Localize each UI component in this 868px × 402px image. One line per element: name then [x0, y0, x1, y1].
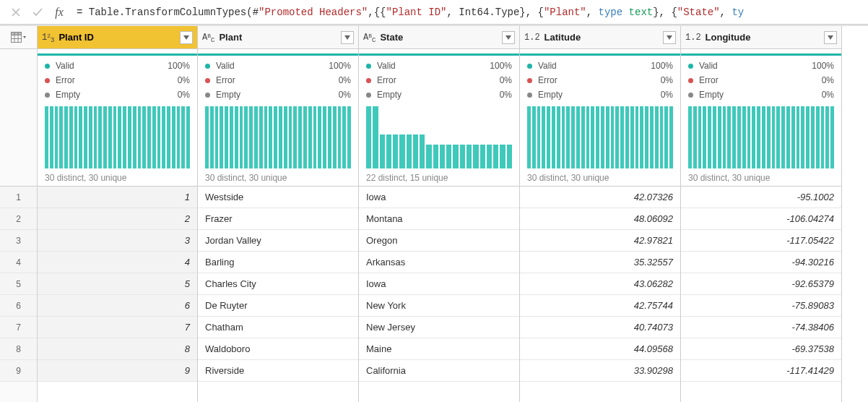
cell[interactable]: 43.06282	[520, 273, 680, 295]
column-profile: Valid100%Error0%Empty0%30 distinct, 30 u…	[681, 49, 841, 187]
column-type-icon[interactable]: 1.2	[685, 33, 701, 43]
cell[interactable]: 5	[38, 273, 197, 295]
cell[interactable]: Frazer	[198, 208, 358, 230]
row-number[interactable]: 5	[0, 273, 37, 295]
quality-value: 0%	[500, 75, 512, 85]
column-header[interactable]: 123Plant ID	[38, 26, 197, 49]
cell[interactable]: De Ruyter	[198, 295, 358, 317]
cell[interactable]: 42.75744	[520, 295, 680, 317]
cell[interactable]: -74.38406	[681, 317, 841, 338]
column-type-icon[interactable]: 123	[42, 33, 54, 43]
histogram-bar	[786, 106, 790, 168]
histogram-bar	[303, 106, 307, 168]
column-header[interactable]: ABCPlant	[198, 26, 358, 49]
cell[interactable]: 48.06092	[520, 208, 680, 230]
cell[interactable]: 1	[38, 187, 197, 208]
quality-stat-error: Error0%	[527, 73, 673, 87]
cell[interactable]: Iowa	[359, 187, 519, 208]
histogram-bar	[806, 106, 810, 168]
column-type-icon[interactable]: ABC	[363, 33, 376, 43]
cell[interactable]: Waldoboro	[198, 338, 358, 360]
histogram-bar	[767, 106, 771, 168]
cell[interactable]: 3	[38, 230, 197, 252]
column-type-icon[interactable]: ABC	[202, 33, 214, 43]
gutter-profile-spacer	[0, 49, 37, 187]
column: ABCStateValid100%Error0%Empty0%22 distin…	[359, 26, 520, 402]
row-number[interactable]: 6	[0, 295, 37, 317]
histogram-bar	[210, 106, 214, 168]
histogram-bar	[264, 106, 268, 168]
row-number[interactable]: 9	[0, 360, 37, 382]
cell[interactable]: 4	[38, 252, 197, 273]
cell[interactable]: -117.41429	[681, 360, 841, 382]
cell[interactable]: 9	[38, 360, 197, 382]
cell[interactable]: -94.30216	[681, 252, 841, 273]
row-number[interactable]: 2	[0, 208, 37, 230]
cell[interactable]: 42.07326	[520, 187, 680, 208]
cell[interactable]: 40.74073	[520, 317, 680, 338]
cell[interactable]: Maine	[359, 338, 519, 360]
cell[interactable]: Riverside	[198, 360, 358, 382]
cell[interactable]: Chatham	[198, 317, 358, 338]
histogram-bar	[480, 145, 485, 168]
column-filter-button[interactable]	[502, 31, 515, 44]
cell[interactable]: -69.37538	[681, 338, 841, 360]
row-number[interactable]: 1	[0, 187, 37, 208]
quality-stat-empty: Empty0%	[45, 87, 190, 102]
cell[interactable]: New York	[359, 295, 519, 317]
distinct-summary: 30 distinct, 30 unique	[688, 170, 834, 183]
row-number[interactable]: 3	[0, 230, 37, 252]
column-filter-button[interactable]	[824, 31, 837, 44]
formula-input[interactable]: = Table.TransformColumnTypes(#"Promoted …	[72, 7, 865, 18]
cell[interactable]: -95.1002	[681, 187, 841, 208]
commit-icon[interactable]	[29, 4, 46, 21]
cell[interactable]: Oregon	[359, 230, 519, 252]
cancel-icon[interactable]	[7, 4, 25, 21]
quality-stat-error: Error0%	[205, 73, 351, 87]
row-number[interactable]: 4	[0, 252, 37, 273]
cell[interactable]: Barling	[198, 252, 358, 273]
cell[interactable]: Iowa	[359, 273, 519, 295]
cell[interactable]: New Jersey	[359, 317, 519, 338]
row-number[interactable]: 8	[0, 338, 37, 360]
column-type-icon[interactable]: 1.2	[524, 33, 540, 43]
histogram-bar	[566, 106, 570, 168]
fx-icon[interactable]: fx	[51, 4, 68, 21]
column-filter-button[interactable]	[341, 31, 354, 44]
cell[interactable]: Jordan Valley	[198, 230, 358, 252]
row-number[interactable]: 7	[0, 317, 37, 338]
histogram-bar	[825, 106, 829, 168]
cell[interactable]: 33.90298	[520, 360, 680, 382]
cell[interactable]: Westside	[198, 187, 358, 208]
cell[interactable]: -92.65379	[681, 273, 841, 295]
histogram-bar	[347, 106, 351, 168]
cell[interactable]: Arkansas	[359, 252, 519, 273]
cell[interactable]: 8	[38, 338, 197, 360]
distinct-summary: 30 distinct, 30 unique	[527, 170, 673, 183]
quality-stat-empty: Empty0%	[366, 87, 512, 102]
cell[interactable]: -106.04274	[681, 208, 841, 230]
table-options-button[interactable]	[0, 26, 37, 49]
histogram-bar	[797, 106, 800, 168]
cell[interactable]: Montana	[359, 208, 519, 230]
cell[interactable]: 35.32557	[520, 252, 680, 273]
histogram-bar	[562, 106, 565, 168]
cell[interactable]: 6	[38, 295, 197, 317]
cell[interactable]: Charles City	[198, 273, 358, 295]
cell[interactable]: 42.97821	[520, 230, 680, 252]
cell[interactable]: -117.05422	[681, 230, 841, 252]
column-filter-button[interactable]	[663, 31, 676, 44]
histogram-bar	[220, 106, 223, 168]
column-filter-button[interactable]	[180, 31, 193, 44]
histogram-bar	[138, 106, 142, 168]
column-header[interactable]: 1.2Latitude	[520, 26, 680, 49]
histogram-bar	[727, 106, 731, 168]
cell[interactable]: California	[359, 360, 519, 382]
cell[interactable]: -75.89083	[681, 295, 841, 317]
column-header[interactable]: ABCState	[359, 26, 519, 49]
cell[interactable]: 7	[38, 317, 197, 338]
cell[interactable]: 44.09568	[520, 338, 680, 360]
cell[interactable]: 2	[38, 208, 197, 230]
column-header[interactable]: 1.2Longitude	[681, 26, 841, 49]
histogram-bar	[162, 106, 165, 168]
